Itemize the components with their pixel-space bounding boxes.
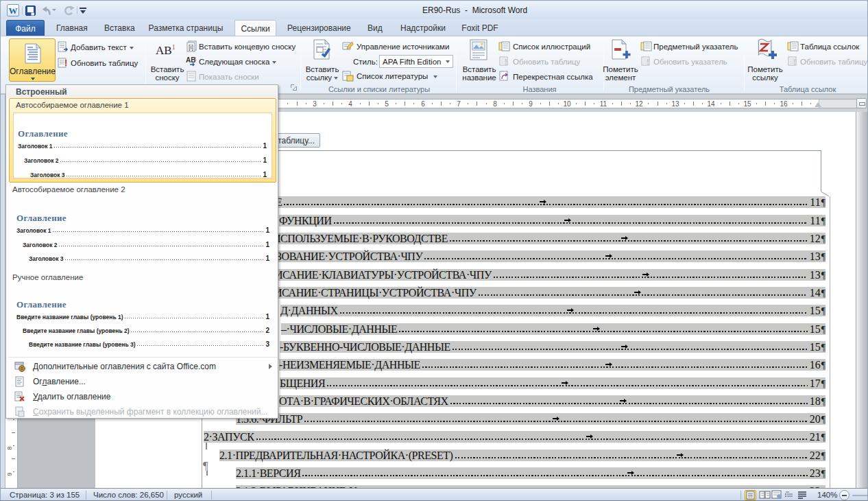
svg-text:!: ! (647, 58, 649, 66)
svg-text:[i]: [i] (189, 44, 193, 51)
svg-text:!: ! (505, 58, 507, 66)
svg-text:1: 1 (194, 56, 197, 61)
svg-text:!: ! (64, 58, 67, 68)
svg-text:!: ! (793, 58, 796, 66)
